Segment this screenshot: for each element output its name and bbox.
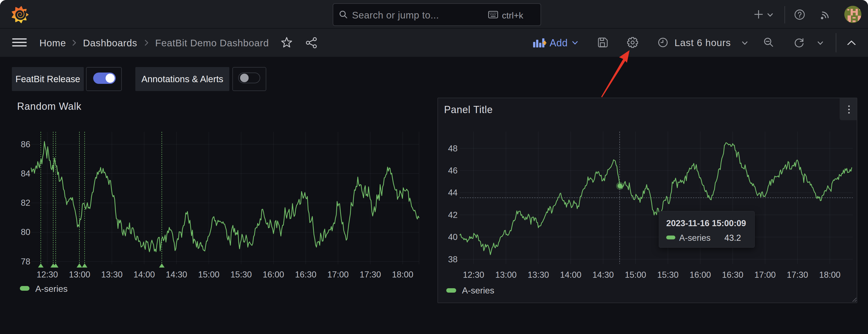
svg-text:12:30: 12:30 [37,270,58,279]
svg-text:14:00: 14:00 [560,270,582,280]
svg-text:A-series: A-series [462,285,494,295]
svg-text:15:00: 15:00 [625,270,646,280]
svg-text:A-series: A-series [35,284,67,294]
svg-text:78: 78 [21,257,30,267]
svg-text:17:00: 17:00 [328,270,349,279]
svg-text:48: 48 [448,144,458,153]
svg-text:38: 38 [448,254,458,264]
svg-text:15:30: 15:30 [657,270,679,280]
svg-text:17:30: 17:30 [360,270,381,279]
svg-text:12:30: 12:30 [463,270,484,280]
svg-text:14:30: 14:30 [592,270,614,280]
svg-text:16:30: 16:30 [295,270,316,279]
svg-text:18:00: 18:00 [819,270,841,280]
svg-text:46: 46 [448,166,458,175]
svg-text:16:30: 16:30 [722,270,743,280]
svg-text:40: 40 [448,232,458,242]
svg-text:80: 80 [21,227,30,237]
svg-text:17:30: 17:30 [787,270,808,280]
svg-text:82: 82 [21,198,30,208]
svg-text:13:30: 13:30 [101,270,123,279]
svg-text:16:00: 16:00 [263,270,284,279]
svg-text:13:00: 13:00 [495,270,517,280]
svg-text:13:00: 13:00 [69,270,90,279]
svg-text:84: 84 [21,169,30,178]
svg-text:16:00: 16:00 [690,270,711,280]
svg-text:18:00: 18:00 [392,270,413,279]
svg-text:15:00: 15:00 [198,270,220,279]
svg-text:14:30: 14:30 [166,270,187,279]
svg-text:44: 44 [448,188,458,198]
svg-text:14:00: 14:00 [133,270,155,279]
svg-text:13:30: 13:30 [528,270,549,280]
svg-text:42: 42 [448,210,458,220]
svg-text:86: 86 [21,140,30,149]
svg-text:15:30: 15:30 [230,270,252,279]
svg-text:17:00: 17:00 [754,270,776,280]
